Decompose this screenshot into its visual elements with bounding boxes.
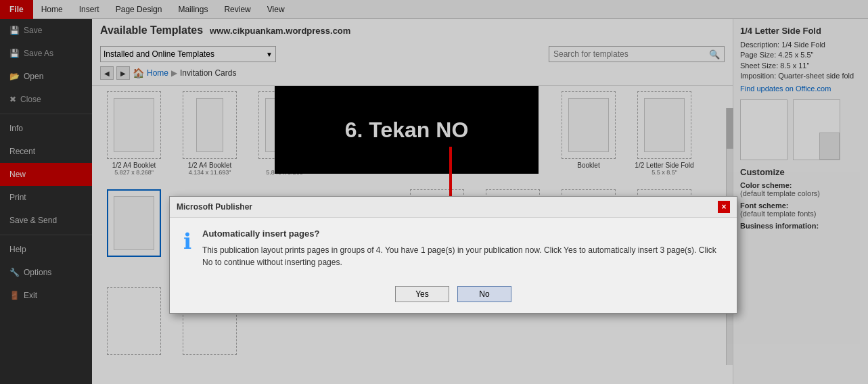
dialog-title-text: Microsoft Publisher (177, 202, 252, 212)
dialog-buttons: Yes No (170, 279, 737, 313)
dialog-close-button[interactable]: × (718, 201, 730, 213)
dialog-no-button[interactable]: No (457, 286, 511, 302)
dialog-heading: Automatically insert pages? (202, 229, 723, 239)
dialog-overlay: Microsoft Publisher × ℹ Automatically in… (0, 0, 868, 384)
dialog-title-bar: Microsoft Publisher × (170, 197, 737, 218)
dialog-yes-button[interactable]: Yes (395, 286, 449, 302)
dialog: Microsoft Publisher × ℹ Automatically in… (169, 196, 737, 314)
dialog-message: This publication layout prints pages in … (202, 244, 723, 268)
dialog-content: Automatically insert pages? This publica… (202, 229, 723, 268)
dialog-body: ℹ Automatically insert pages? This publi… (170, 218, 737, 279)
dialog-info-icon: ℹ (183, 229, 191, 254)
